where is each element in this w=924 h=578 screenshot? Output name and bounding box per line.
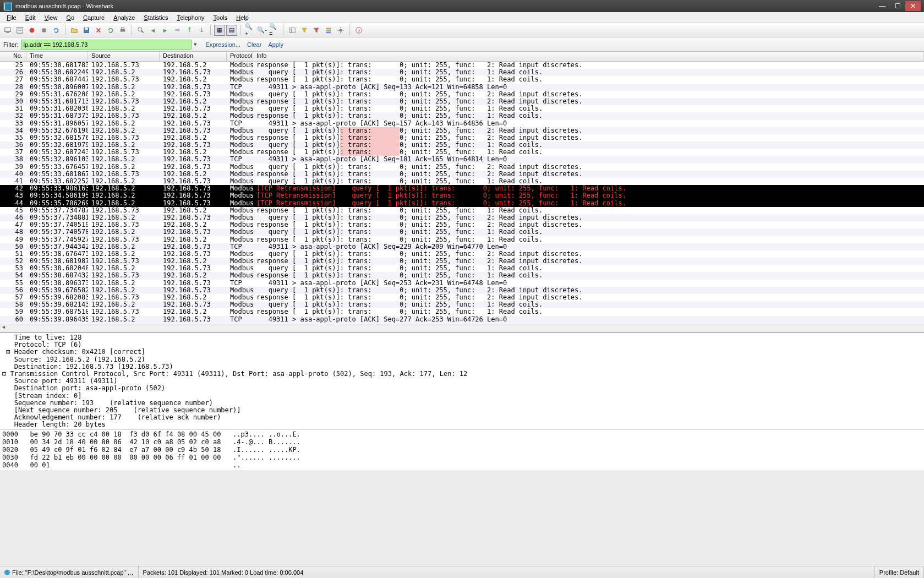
menu-telephony[interactable]: Telephony <box>172 13 209 22</box>
options-icon[interactable] <box>14 25 25 36</box>
packet-row[interactable]: 5809:55:39.682143192.168.5.2192.168.5.73… <box>0 301 924 308</box>
packet-row[interactable]: 4509:55:37.734787192.168.5.73192.168.5.2… <box>0 207 924 214</box>
packet-row[interactable]: 5409:55:38.687432192.168.5.73192.168.5.2… <box>0 272 924 279</box>
interfaces-icon[interactable] <box>2 25 13 36</box>
menu-go[interactable]: Go <box>62 13 79 22</box>
svg-rect-6 <box>42 28 46 32</box>
close-file-icon[interactable] <box>93 25 104 36</box>
goto-icon[interactable]: ⇨ <box>172 25 183 36</box>
window-title: modbus ausschnitt.pcap - Wireshark <box>15 3 874 9</box>
menu-capture[interactable]: Capture <box>79 13 109 22</box>
col-protocol[interactable]: Protocol <box>227 52 253 61</box>
packet-row[interactable]: 3909:55:33.676457192.168.5.2192.168.5.73… <box>0 163 924 171</box>
packet-row[interactable]: 5009:55:37.944342192.168.5.2192.168.5.73… <box>0 243 924 250</box>
filter-dropdown-icon[interactable]: ▾ <box>194 41 201 48</box>
zoom-fit-icon[interactable]: 🔍= <box>269 25 280 36</box>
save-icon[interactable] <box>81 25 92 36</box>
menu-tools[interactable]: Tools <box>209 13 232 22</box>
packet-row[interactable]: 3109:55:31.682030192.168.5.2192.168.5.73… <box>0 105 924 112</box>
reload-icon[interactable] <box>105 25 116 36</box>
packet-row[interactable]: 3009:55:31.681713192.168.5.73192.168.5.2… <box>0 98 924 105</box>
back-icon[interactable]: ◄ <box>147 25 158 36</box>
packet-row[interactable]: 5909:55:39.687518192.168.5.73192.168.5.2… <box>0 308 924 315</box>
packet-row[interactable]: 4709:55:37.740519192.168.5.73192.168.5.2… <box>0 221 924 228</box>
packet-row[interactable]: 4909:55:37.745927192.168.5.73192.168.5.2… <box>0 236 924 243</box>
packet-bytes-pane[interactable]: 0000 be 90 70 33 cc c4 00 18 f3 d0 6f f4… <box>0 429 924 470</box>
packet-row[interactable]: 3409:55:32.676190192.168.5.2192.168.5.73… <box>0 127 924 134</box>
col-destination[interactable]: Destination <box>160 52 227 61</box>
svg-rect-19 <box>326 31 331 33</box>
svg-point-5 <box>30 28 35 32</box>
zoom-out-icon[interactable]: 🔍- <box>256 25 267 36</box>
packet-row[interactable]: 6009:55:39.896435192.168.5.2192.168.5.73… <box>0 316 924 323</box>
restart-capture-icon[interactable] <box>51 25 62 36</box>
display-filter-icon[interactable] <box>311 25 322 36</box>
horizontal-scrollbar[interactable] <box>0 324 924 332</box>
packet-row[interactable]: 2709:55:30.687447192.168.5.73192.168.5.2… <box>0 76 924 83</box>
packet-row[interactable]: 5309:55:38.682048192.168.5.2192.168.5.73… <box>0 265 924 272</box>
packet-row[interactable]: 4209:55:33.986163192.168.5.2192.168.5.73… <box>0 185 924 192</box>
filter-expression-button[interactable]: Expression... <box>204 41 243 48</box>
filter-clear-button[interactable]: Clear <box>245 41 264 48</box>
col-info[interactable]: Info <box>253 52 924 61</box>
find-icon[interactable] <box>135 25 146 36</box>
coloring-rules-icon[interactable] <box>323 25 334 36</box>
svg-rect-15 <box>289 28 296 32</box>
menu-analyze[interactable]: Analyze <box>109 13 139 22</box>
packet-row[interactable]: 3609:55:32.681979192.168.5.2192.168.5.73… <box>0 141 924 149</box>
packet-row[interactable]: 4409:55:35.786269192.168.5.2192.168.5.73… <box>0 200 924 207</box>
print-icon[interactable] <box>117 25 128 36</box>
packet-row[interactable]: 3309:55:31.896057192.168.5.2192.168.5.73… <box>0 120 924 127</box>
stop-capture-icon[interactable] <box>39 25 50 36</box>
col-time[interactable]: Time <box>26 52 88 61</box>
packet-row[interactable]: 3809:55:32.896103192.168.5.2192.168.5.73… <box>0 156 924 163</box>
preferences-icon[interactable] <box>335 25 346 36</box>
capture-filter-icon[interactable] <box>299 25 310 36</box>
col-source[interactable]: Source <box>88 52 160 61</box>
autoscroll-icon[interactable]: ▤ <box>226 25 237 36</box>
maximize-button[interactable]: ☐ <box>890 1 905 11</box>
packet-row[interactable]: 4809:55:37.740578192.168.5.2192.168.5.73… <box>0 228 924 236</box>
col-no[interactable]: No. <box>0 52 26 61</box>
svg-point-13 <box>138 27 142 31</box>
packet-row[interactable]: 3209:55:31.687373192.168.5.73192.168.5.2… <box>0 112 924 119</box>
menu-view[interactable]: View <box>40 13 62 22</box>
colorize-icon[interactable]: ▦ <box>214 25 225 36</box>
menu-edit[interactable]: Edit <box>21 13 40 22</box>
start-capture-icon[interactable] <box>26 25 37 36</box>
packet-row[interactable]: 5709:55:39.682083192.168.5.73192.168.5.2… <box>0 294 924 301</box>
menu-help[interactable]: Help <box>232 13 253 22</box>
packet-row[interactable]: 5509:55:38.896373192.168.5.2192.168.5.73… <box>0 280 924 287</box>
packet-list[interactable]: 2509:55:30.681783192.168.5.73192.168.5.2… <box>0 62 924 324</box>
help-icon[interactable]: ? <box>353 25 364 36</box>
packet-row[interactable]: 3509:55:32.681576192.168.5.73192.168.5.2… <box>0 134 924 141</box>
packet-row[interactable]: 4309:55:34.586195192.168.5.2192.168.5.73… <box>0 192 924 199</box>
resize-cols-icon[interactable] <box>287 25 298 36</box>
packet-row[interactable]: 2909:55:31.676200192.168.5.2192.168.5.73… <box>0 91 924 98</box>
forward-icon[interactable]: ► <box>160 25 171 36</box>
last-icon[interactable]: ⤓ <box>196 25 207 36</box>
filter-input[interactable] <box>21 40 192 50</box>
packet-row[interactable]: 3709:55:32.687243192.168.5.73192.168.5.2… <box>0 149 924 156</box>
packet-row[interactable]: 5209:55:38.681987192.168.5.73192.168.5.2… <box>0 258 924 265</box>
packet-detail-pane[interactable]: Time to live: 128 Protocol: TCP (6) ⊞ He… <box>0 333 924 429</box>
packet-row[interactable]: 5609:55:39.676582192.168.5.2192.168.5.73… <box>0 287 924 294</box>
open-icon[interactable] <box>69 25 80 36</box>
filter-apply-button[interactable]: Apply <box>266 41 286 48</box>
packet-row[interactable]: 4609:55:37.734881192.168.5.2192.168.5.73… <box>0 214 924 221</box>
packet-row[interactable]: 4009:55:33.681867192.168.5.73192.168.5.2… <box>0 171 924 178</box>
menu-file[interactable]: File <box>2 13 21 22</box>
close-button[interactable]: ✕ <box>905 1 921 11</box>
menu-statistics[interactable]: Statistics <box>139 13 172 22</box>
toolbar-divider <box>65 25 65 35</box>
svg-rect-8 <box>85 28 88 30</box>
packet-row[interactable]: 5109:55:38.676473192.168.5.2192.168.5.73… <box>0 250 924 258</box>
packet-row[interactable]: 4109:55:33.682252192.168.5.2192.168.5.73… <box>0 178 924 185</box>
packet-row[interactable]: 2809:55:30.896007192.168.5.2192.168.5.73… <box>0 84 924 91</box>
packet-row[interactable]: 2509:55:30.681783192.168.5.73192.168.5.2… <box>0 62 924 69</box>
first-icon[interactable]: ⤒ <box>184 25 195 36</box>
packet-row[interactable]: 2609:55:30.682249192.168.5.2192.168.5.73… <box>0 69 924 76</box>
minimize-button[interactable]: — <box>874 1 890 11</box>
status-profile[interactable]: Profile: Default <box>875 566 924 578</box>
zoom-in-icon[interactable]: 🔍+ <box>244 25 255 36</box>
